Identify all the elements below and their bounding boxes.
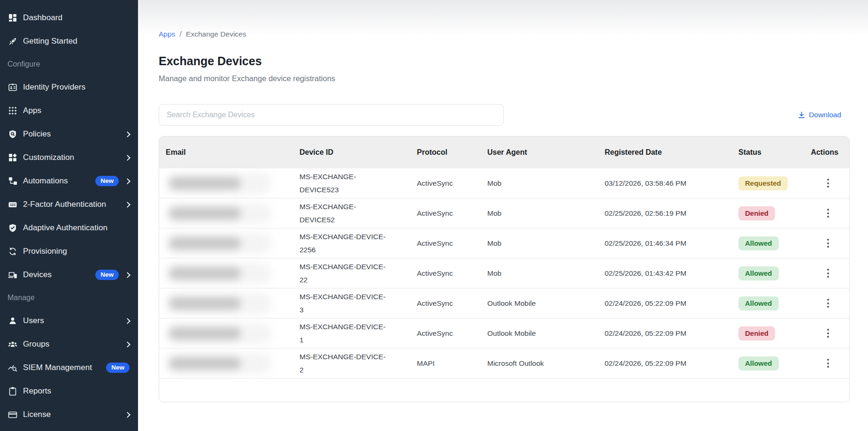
email-cell	[159, 353, 293, 374]
chevron-right-icon	[124, 202, 131, 208]
kebab-menu-icon[interactable]	[822, 355, 834, 371]
new-badge: New	[95, 176, 119, 186]
redacted-email-blur	[166, 173, 271, 194]
device-id-cell: MS-EXCHANGE-DEVICE-3	[293, 290, 410, 317]
toolbar: Download	[159, 104, 850, 126]
kebab-menu-icon[interactable]	[822, 265, 834, 281]
sidebar-item-adaptive-authentication[interactable]: Adaptive Authentication	[0, 216, 138, 240]
status-cell: Allowed	[732, 266, 800, 280]
shield-check-icon	[8, 223, 18, 233]
status-cell: Allowed	[732, 356, 800, 371]
page-subtitle: Manage and monitor Exchange device regis…	[159, 73, 850, 83]
sidebar-item-getting-started[interactable]: Getting Started	[0, 30, 138, 53]
table-header-row: Email Device ID Protocol User Agent Regi…	[159, 136, 849, 168]
sidebar-item-policies[interactable]: Policies	[0, 122, 138, 146]
kebab-menu-icon[interactable]	[822, 235, 834, 251]
page-title: Exchange Devices	[159, 53, 850, 69]
status-badge: Denied	[738, 326, 775, 340]
actions-cell	[800, 325, 849, 341]
redacted-email-blur	[166, 233, 271, 254]
sidebar-item-label: Groups	[23, 340, 49, 349]
email-cell	[159, 173, 293, 194]
sidebar-item-siem-management[interactable]: SIEM Management New	[0, 356, 138, 379]
sidebar-item-label: SIEM Management	[23, 363, 92, 372]
license-card-icon	[8, 410, 18, 419]
sidebar-item-label: Adaptive Authentication	[23, 223, 108, 233]
customization-icon	[8, 153, 18, 162]
sidebar-item-label: Automations	[23, 176, 68, 186]
download-button[interactable]: Download	[798, 111, 850, 119]
actions-cell	[800, 295, 849, 311]
registered-date-cell: 02/25/2026, 01:46:34 PM	[598, 237, 732, 250]
sidebar-item-label: Identity Providers	[23, 83, 85, 92]
exchange-devices-table: Email Device ID Protocol User Agent Regi…	[159, 136, 850, 402]
column-header-protocol: Protocol	[410, 148, 481, 157]
workflow-icon	[8, 176, 18, 186]
registered-date-cell: 02/24/2026, 05:22:09 PM	[598, 327, 732, 340]
protocol-cell: ActiveSync	[410, 177, 481, 190]
status-badge: Allowed	[738, 296, 779, 310]
column-header-email: Email	[159, 148, 293, 157]
registered-date-cell: 02/24/2026, 05:22:09 PM	[598, 297, 732, 310]
protocol-cell: ActiveSync	[410, 327, 481, 340]
chevron-right-icon	[124, 155, 131, 161]
sidebar-item-automations[interactable]: Automations New	[0, 169, 138, 193]
column-header-registered-date: Registered Date	[598, 148, 732, 157]
kebab-menu-icon[interactable]	[822, 295, 834, 311]
kebab-menu-icon[interactable]	[822, 205, 834, 221]
table-row: MS-EXCHANGE-DEVICE-3 ActiveSync Outlook …	[159, 288, 849, 318]
sidebar-item-reports[interactable]: Reports	[0, 379, 138, 403]
device-id-cell: MS-EXCHANGE-DEVICE-1	[293, 320, 410, 347]
status-badge: Requested	[738, 176, 788, 190]
breadcrumb-current: Exchange Devices	[186, 30, 246, 38]
kebab-menu-icon[interactable]	[822, 325, 834, 341]
sidebar-item-users[interactable]: Users	[0, 309, 138, 333]
sidebar-section-manage: Manage	[0, 287, 138, 309]
email-cell	[159, 293, 293, 314]
breadcrumb-separator: /	[179, 30, 182, 39]
sidebar-item-provisioning[interactable]: Provisioning	[0, 240, 138, 263]
sidebar-item-devices[interactable]: Devices New	[0, 263, 138, 287]
sidebar-item-license[interactable]: License	[0, 403, 138, 426]
status-cell: Denied	[732, 326, 800, 340]
user-agent-cell: Outlook Mobile	[481, 297, 598, 310]
sidebar-item-label: License	[23, 410, 51, 419]
sidebar-item-groups[interactable]: Groups	[0, 333, 138, 356]
sidebar-item-identity-providers[interactable]: Identity Providers	[0, 76, 138, 99]
protocol-cell: ActiveSync	[410, 207, 481, 220]
device-id-cell: MS-EXCHANGE-DEVICE52	[293, 200, 410, 227]
status-badge: Denied	[738, 206, 775, 220]
sidebar-item-label: Dashboard	[23, 13, 62, 23]
sidebar-item-label: 2-Factor Authentication	[23, 200, 106, 209]
user-agent-cell: Mob	[481, 177, 598, 190]
sidebar-item-label: Reports	[23, 386, 51, 396]
column-header-status: Status	[732, 148, 800, 157]
sync-icon	[8, 247, 18, 256]
status-cell: Allowed	[732, 236, 800, 250]
user-agent-cell: Mob	[481, 237, 598, 250]
user-agent-cell: Mob	[481, 267, 598, 280]
otp-123-icon: 123	[8, 200, 18, 209]
download-icon	[798, 111, 806, 119]
redacted-email-blur	[166, 353, 271, 374]
breadcrumb-link-apps[interactable]: Apps	[159, 30, 175, 38]
user-agent-cell: Outlook Mobile	[481, 327, 598, 340]
email-cell	[159, 263, 293, 284]
chevron-right-icon	[124, 412, 131, 418]
id-card-icon	[8, 83, 18, 92]
sidebar-item-dashboard[interactable]: Dashboard	[0, 6, 138, 30]
redacted-email-blur	[166, 323, 271, 344]
registered-date-cell: 02/25/2026, 01:43:42 PM	[598, 267, 732, 280]
redacted-email-blur	[166, 263, 271, 284]
actions-cell	[800, 235, 849, 251]
actions-cell	[800, 175, 849, 191]
device-id-cell: MS-EXCHANGE-DEVICE-22	[293, 260, 410, 287]
sidebar-item-apps[interactable]: Apps	[0, 99, 138, 122]
sidebar-item-customization[interactable]: Customization	[0, 146, 138, 169]
user-icon	[8, 316, 18, 325]
kebab-menu-icon[interactable]	[822, 175, 834, 191]
sidebar-item-2fa[interactable]: 123 2-Factor Authentication	[0, 193, 138, 216]
chevron-right-icon	[124, 341, 131, 348]
search-input[interactable]	[159, 104, 504, 126]
new-badge: New	[106, 363, 130, 373]
